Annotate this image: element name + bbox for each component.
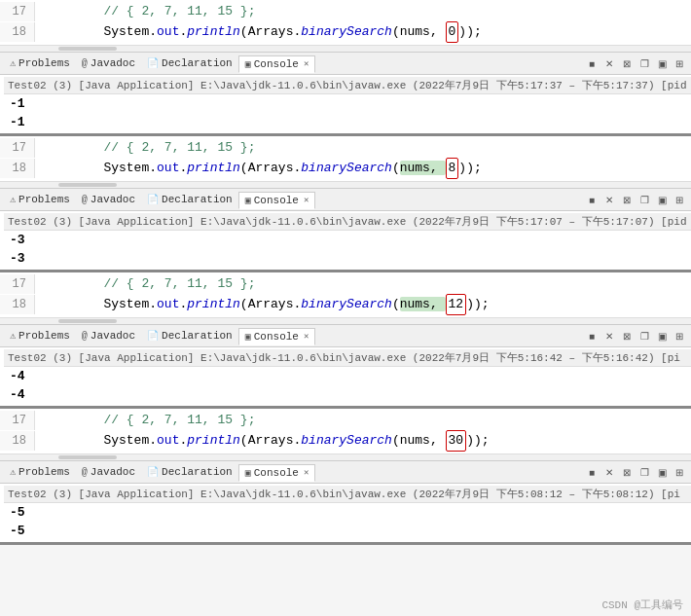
- tab-action-btn[interactable]: ⊠: [619, 464, 635, 480]
- tab-javadoc[interactable]: @ Javadoc: [76, 55, 141, 71]
- tab-action-btn[interactable]: ▣: [654, 192, 670, 207]
- scrollbar-thumb[interactable]: [58, 455, 117, 459]
- section-separator: [0, 542, 691, 545]
- tab-action-btn[interactable]: ⊞: [672, 55, 687, 71]
- tab-console[interactable]: ▣ Console✕: [238, 328, 316, 345]
- tab-label: Console: [254, 331, 299, 343]
- tab-label: Javadoc: [91, 466, 135, 478]
- scrollbar-thumb[interactable]: [58, 183, 117, 187]
- tab-label: Problems: [18, 330, 70, 342]
- console-output-line: -5: [4, 522, 691, 540]
- tab-action-btn[interactable]: ▣: [654, 464, 670, 480]
- code-content: // { 2, 7, 11, 15 };: [35, 411, 255, 430]
- line-number: 18: [0, 22, 35, 42]
- tab-declaration[interactable]: 📄 Declaration: [141, 55, 238, 71]
- tab-action-btn[interactable]: ⊠: [619, 55, 635, 71]
- tab-icon-problems: ⚠: [10, 57, 16, 69]
- tab-label: Console: [254, 58, 299, 70]
- tab-close-btn[interactable]: ✕: [304, 331, 309, 342]
- code-content: System.out.println(Arrays.binarySearch(n…: [35, 430, 490, 452]
- tab-action-btn[interactable]: ■: [584, 192, 600, 207]
- scrollbar-area[interactable]: [0, 318, 691, 324]
- tab-javadoc[interactable]: @ Javadoc: [76, 464, 141, 480]
- tab-action-btn[interactable]: ⊞: [672, 328, 687, 344]
- tab-bar: ⚠ Problems @ Javadoc 📄 Declaration ▣ Con…: [0, 324, 691, 347]
- code-block: 17 // { 2, 7, 11, 15 }; 18 System.out.pr…: [0, 0, 691, 46]
- tab-icon-declaration: 📄: [147, 57, 159, 69]
- code-content: System.out.println(Arrays.binarySearch(n…: [35, 158, 482, 179]
- code-line: 18 System.out.println(Arrays.binarySearc…: [0, 158, 691, 179]
- tab-action-btn[interactable]: ⊠: [619, 192, 635, 207]
- tab-problems[interactable]: ⚠ Problems: [4, 328, 76, 344]
- tab-label: Declaration: [162, 330, 233, 342]
- tab-declaration[interactable]: 📄 Declaration: [141, 192, 238, 207]
- tab-action-btn[interactable]: ⊞: [672, 464, 687, 480]
- console-panel: Test02 (3) [Java Application] E:\Java\jd…: [0, 347, 691, 406]
- tab-action-btn[interactable]: ⊠: [619, 328, 635, 344]
- tab-action-btn[interactable]: ✕: [601, 192, 617, 207]
- tab-console[interactable]: ▣ Console✕: [238, 192, 316, 209]
- tab-action-btn[interactable]: ❐: [636, 192, 652, 207]
- tab-action-btn[interactable]: ✕: [601, 55, 617, 71]
- tab-action-btn[interactable]: ❐: [636, 55, 652, 71]
- tab-close-btn[interactable]: ✕: [304, 195, 309, 205]
- tab-close-btn[interactable]: ✕: [304, 58, 309, 69]
- tab-action-btn[interactable]: ✕: [601, 328, 617, 344]
- tab-javadoc[interactable]: @ Javadoc: [76, 192, 141, 207]
- scrollbar-area[interactable]: [0, 182, 691, 188]
- tab-action-btn[interactable]: ■: [584, 55, 600, 71]
- tab-close-btn[interactable]: ✕: [304, 467, 309, 478]
- code-block: 17 // { 2, 7, 11, 15 }; 18 System.out.pr…: [0, 136, 691, 182]
- tab-label: Javadoc: [91, 194, 135, 205]
- console-panel: Test02 (3) [Java Application] E:\Java\jd…: [0, 211, 691, 270]
- tab-declaration[interactable]: 📄 Declaration: [141, 464, 238, 480]
- tab-javadoc[interactable]: @ Javadoc: [76, 328, 141, 344]
- console-output-line: -3: [4, 231, 691, 249]
- tab-label: Problems: [18, 57, 70, 69]
- terminated-line: Test02 (3) [Java Application] E:\Java\jd…: [4, 77, 691, 94]
- tab-action-btn[interactable]: ❐: [636, 464, 652, 480]
- tab-action-btn[interactable]: ▣: [654, 55, 670, 71]
- code-content: // { 2, 7, 11, 15 };: [35, 138, 255, 158]
- code-line: 18 System.out.println(Arrays.binarySearc…: [0, 294, 691, 315]
- scrollbar-thumb[interactable]: [58, 47, 117, 51]
- scrollbar-area[interactable]: [0, 46, 691, 52]
- tab-actions: ■✕⊠❐▣⊞: [584, 55, 687, 71]
- tab-icon-declaration: 📄: [147, 194, 159, 205]
- tab-action-btn[interactable]: ▣: [654, 328, 670, 344]
- code-line: 17 // { 2, 7, 11, 15 };: [0, 274, 691, 294]
- tab-icon-javadoc: @: [82, 467, 88, 478]
- panel-section: 17 // { 2, 7, 11, 15 }; 18 System.out.pr…: [0, 272, 691, 409]
- tab-action-btn[interactable]: ⊞: [672, 192, 687, 207]
- tab-console[interactable]: ▣ Console✕: [238, 55, 316, 73]
- console-output-line: -3: [4, 249, 691, 268]
- tab-icon-console: ▣: [245, 331, 251, 343]
- console-panel: Test02 (3) [Java Application] E:\Java\jd…: [0, 75, 691, 133]
- scrollbar-thumb[interactable]: [58, 319, 117, 323]
- terminated-line: Test02 (3) [Java Application] E:\Java\jd…: [4, 486, 691, 503]
- tab-action-btn[interactable]: ✕: [601, 464, 617, 480]
- line-number: 18: [0, 159, 35, 178]
- tab-icon-declaration: 📄: [147, 330, 159, 342]
- tab-action-btn[interactable]: ■: [584, 464, 600, 480]
- line-number: 18: [0, 295, 35, 314]
- tab-icon-console: ▣: [245, 467, 251, 479]
- tab-console[interactable]: ▣ Console✕: [238, 464, 316, 482]
- tab-problems[interactable]: ⚠ Problems: [4, 55, 76, 71]
- tab-action-btn[interactable]: ❐: [636, 328, 652, 344]
- tab-label: Problems: [18, 466, 70, 478]
- console-output-line: -4: [4, 367, 691, 385]
- tab-label: Declaration: [162, 466, 233, 478]
- tab-actions: ■✕⊠❐▣⊞: [584, 464, 687, 480]
- tab-icon-javadoc: @: [82, 331, 88, 342]
- line-number: 17: [0, 138, 35, 158]
- code-line: 17 // { 2, 7, 11, 15 };: [0, 2, 691, 21]
- tab-declaration[interactable]: 📄 Declaration: [141, 328, 238, 344]
- tab-action-btn[interactable]: ■: [584, 328, 600, 344]
- tab-problems[interactable]: ⚠ Problems: [4, 192, 76, 207]
- scrollbar-area[interactable]: [0, 454, 691, 460]
- tab-bar: ⚠ Problems @ Javadoc 📄 Declaration ▣ Con…: [0, 188, 691, 211]
- tab-problems[interactable]: ⚠ Problems: [4, 464, 76, 480]
- tab-icon-console: ▣: [245, 195, 251, 206]
- line-number: 17: [0, 274, 35, 294]
